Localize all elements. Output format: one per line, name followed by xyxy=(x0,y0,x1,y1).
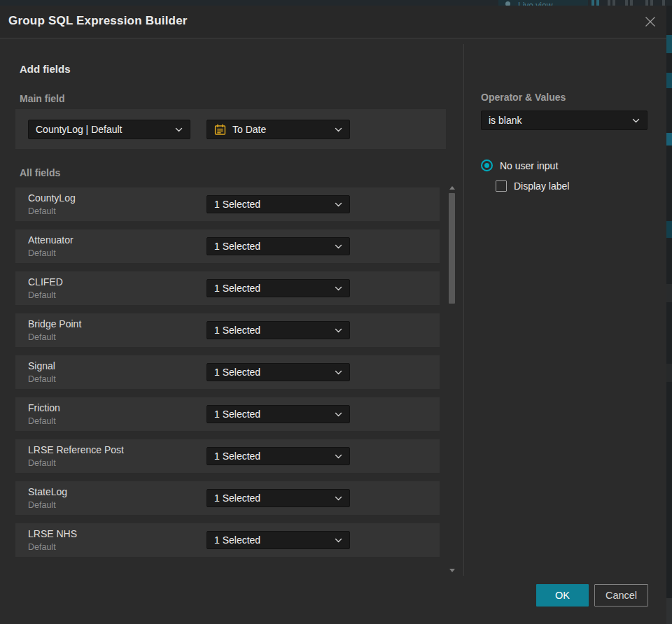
dialog-header: Group SQL Expression Builder xyxy=(0,6,666,38)
field-name: Bridge Point xyxy=(28,318,81,329)
ok-button[interactable]: OK xyxy=(536,584,589,607)
toolbar-bar-icon xyxy=(650,0,653,6)
pause-bar-icon xyxy=(592,0,594,6)
all-fields-list: CountyLog Default 1 Selected Attenuator … xyxy=(15,187,440,565)
display-label-checkbox[interactable]: Display label xyxy=(496,180,569,192)
field-selected-dropdown[interactable]: 1 Selected xyxy=(206,405,350,423)
display-label-label: Display label xyxy=(514,180,569,192)
chevron-down-icon xyxy=(175,127,183,132)
radio-selected-icon xyxy=(481,159,493,171)
field-variant: Default xyxy=(28,374,56,384)
field-selected-value: 1 Selected xyxy=(214,325,329,336)
field-selected-value: 1 Selected xyxy=(214,367,329,378)
chevron-down-icon xyxy=(335,370,342,375)
main-field-date-value: To Date xyxy=(232,124,329,135)
field-selected-dropdown[interactable]: 1 Selected xyxy=(206,279,350,297)
chevron-down-icon xyxy=(335,286,342,291)
pause-bar-icon xyxy=(596,0,599,6)
field-selected-value: 1 Selected xyxy=(214,241,329,252)
field-name: StateLog xyxy=(28,486,67,497)
field-variant: Default xyxy=(28,416,56,426)
checkbox-unchecked-icon xyxy=(496,180,507,192)
background-fragment xyxy=(666,284,672,302)
background-fragment xyxy=(666,73,672,88)
field-variant: Default xyxy=(28,500,56,510)
background-fragment xyxy=(666,221,672,238)
live-view-label: Live view xyxy=(518,1,552,6)
group-sql-expression-builder-dialog: Group SQL Expression Builder Add fields … xyxy=(0,6,666,624)
chevron-down-icon xyxy=(335,454,342,459)
field-selected-dropdown[interactable]: 1 Selected xyxy=(206,489,350,507)
chevron-down-icon xyxy=(335,244,342,249)
field-variant: Default xyxy=(28,206,56,216)
close-button[interactable] xyxy=(643,14,658,29)
field-selected-value: 1 Selected xyxy=(214,534,329,546)
field-row: Signal Default 1 Selected xyxy=(15,355,440,389)
field-variant: Default xyxy=(28,458,56,468)
field-variant: Default xyxy=(28,332,56,342)
chevron-down-icon xyxy=(335,127,342,132)
field-row: StateLog Default 1 Selected xyxy=(15,481,440,515)
field-row: LRSE NHS Default 1 Selected xyxy=(15,523,440,557)
operator-dropdown[interactable]: is blank xyxy=(481,111,648,130)
chevron-down-icon xyxy=(335,328,342,333)
chevron-down-icon xyxy=(335,538,342,543)
close-icon xyxy=(644,15,657,28)
field-name: Signal xyxy=(28,360,55,371)
field-selected-dropdown[interactable]: 1 Selected xyxy=(206,363,350,381)
background-app-top-strip: Live view xyxy=(0,0,672,6)
toolbar-bar-icon xyxy=(612,0,615,6)
field-name: CountyLog xyxy=(28,192,76,204)
field-variant: Default xyxy=(28,542,56,552)
chevron-down-icon xyxy=(335,202,342,207)
field-name: Attenuator xyxy=(28,234,74,246)
background-app-right-strip xyxy=(666,6,672,624)
scrollbar-thumb[interactable] xyxy=(449,193,455,304)
main-field-label: Main field xyxy=(20,93,65,104)
chevron-down-icon xyxy=(335,412,342,417)
no-user-input-radio[interactable]: No user input xyxy=(481,159,558,171)
scrollbar-up-arrow-icon[interactable] xyxy=(449,186,455,190)
live-view-indicator: Live view xyxy=(498,0,588,6)
main-field-dropdown-value: CountyLog | Default xyxy=(36,124,169,135)
cancel-button[interactable]: Cancel xyxy=(594,584,648,607)
screen: Live view Group SQL Expression Builder xyxy=(0,0,672,624)
toolbar-bar-icon xyxy=(608,0,610,6)
field-selected-value: 1 Selected xyxy=(214,451,329,462)
operator-dropdown-value: is blank xyxy=(489,115,626,126)
field-row: LRSE Reference Post Default 1 Selected xyxy=(15,439,440,473)
calendar-icon xyxy=(214,124,226,136)
no-user-input-label: No user input xyxy=(500,160,558,171)
field-selected-dropdown[interactable]: 1 Selected xyxy=(206,321,350,339)
background-fragment xyxy=(666,35,672,53)
field-name: Friction xyxy=(28,402,60,413)
add-fields-heading: Add fields xyxy=(20,63,71,75)
field-row: Attenuator Default 1 Selected xyxy=(15,229,440,263)
field-selected-dropdown[interactable]: 1 Selected xyxy=(206,447,350,465)
scrollbar-down-arrow-icon[interactable] xyxy=(449,569,455,572)
field-selected-value: 1 Selected xyxy=(214,409,329,420)
background-fragment xyxy=(666,133,672,146)
main-field-panel: CountyLog | Default To Date xyxy=(15,109,446,149)
field-row: Bridge Point Default 1 Selected xyxy=(15,313,440,347)
field-selected-value: 1 Selected xyxy=(214,199,329,210)
field-selected-value: 1 Selected xyxy=(214,492,329,504)
main-field-dropdown[interactable]: CountyLog | Default xyxy=(28,120,190,139)
field-selected-dropdown[interactable]: 1 Selected xyxy=(206,195,350,213)
toolbar-bar-icon xyxy=(645,0,648,6)
dialog-title: Group SQL Expression Builder xyxy=(8,14,188,28)
toolbar-bar-icon xyxy=(630,0,633,6)
fields-scrollbar[interactable] xyxy=(447,185,457,574)
field-name: LRSE NHS xyxy=(28,528,77,539)
background-fragment xyxy=(666,598,672,624)
dialog-footer: OK Cancel xyxy=(536,584,648,607)
field-variant: Default xyxy=(28,290,56,300)
chevron-down-icon xyxy=(632,118,640,123)
field-selected-dropdown[interactable]: 1 Selected xyxy=(206,237,350,255)
field-selected-dropdown[interactable]: 1 Selected xyxy=(206,531,350,549)
field-name: CLIFED xyxy=(28,276,63,288)
vertical-divider xyxy=(463,44,464,576)
field-row: Friction Default 1 Selected xyxy=(15,397,440,431)
main-field-date-dropdown[interactable]: To Date xyxy=(206,120,350,139)
field-variant: Default xyxy=(28,248,56,258)
